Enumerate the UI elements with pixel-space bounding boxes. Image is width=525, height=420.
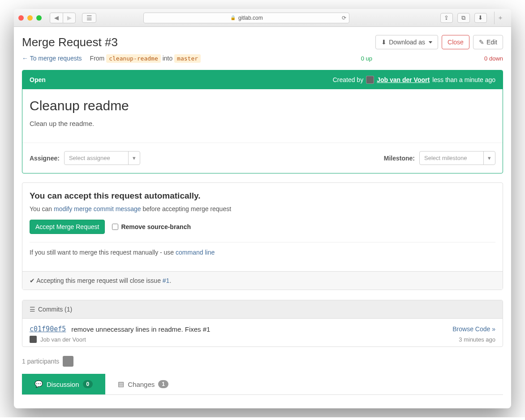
back-button[interactable]: ◀: [50, 13, 63, 23]
accept-button-label: Accept Merge Request: [35, 223, 99, 230]
remove-branch-label: Remove source-branch: [121, 223, 191, 230]
commit-author: Job van der Voort: [40, 336, 86, 343]
upvotes: 0 up: [361, 55, 372, 62]
comment-icon: 💬: [34, 380, 43, 388]
target-branch-chip: master: [174, 54, 201, 63]
command-line-link[interactable]: command line: [176, 249, 215, 256]
assignee-label: Assignee:: [30, 155, 60, 162]
window-close-icon[interactable]: [18, 15, 24, 21]
back-link-text: To merge requests: [30, 55, 82, 62]
milestone-label: Milestone:: [384, 155, 415, 162]
address-bar[interactable]: 🔒 gitlab.com ⟳: [143, 13, 349, 23]
new-tab-button[interactable]: ＋: [494, 12, 507, 24]
browser-toolbar: ◀ ▶ ☰ 🔒 gitlab.com ⟳ ⇪ ⧉ ⬇ ＋: [14, 9, 511, 27]
check-icon: ✔: [30, 277, 36, 284]
window-minimize-icon[interactable]: [27, 15, 33, 21]
participant-avatar[interactable]: [63, 356, 73, 367]
tab-changes[interactable]: ▤ Changes 1: [105, 374, 181, 394]
manual-merge-text: If you still want to merge this request …: [30, 249, 495, 256]
arrow-left-icon: ←: [22, 55, 30, 62]
changes-count: 1: [158, 380, 168, 388]
tab-discussion[interactable]: 💬 Discussion 0: [22, 374, 105, 394]
remove-branch-option[interactable]: Remove source-branch: [112, 223, 191, 230]
commits-header-label: Commits (1): [38, 306, 72, 313]
download-label: Download as: [389, 39, 425, 46]
commit-when: 3 minutes ago: [459, 336, 495, 343]
downloads-button[interactable]: ⬇: [474, 13, 487, 23]
assignee-select[interactable]: Select assignee ▾: [64, 151, 140, 165]
modify-commit-link[interactable]: modify merge commit message: [54, 205, 141, 212]
accept-merge-button[interactable]: Accept Merge Request: [30, 220, 105, 234]
share-button[interactable]: ⇪: [440, 13, 453, 23]
created-when: less than a minute ago: [432, 76, 495, 83]
remove-branch-checkbox[interactable]: [112, 224, 118, 230]
list-icon: ☰: [30, 306, 35, 313]
commits-header: ☰ Commits (1): [22, 300, 503, 319]
accept-heading: You can accept this request automaticall…: [30, 191, 495, 201]
commit-sha-link[interactable]: c01f90ef5: [30, 325, 66, 333]
milestone-placeholder: Select milestone: [424, 155, 467, 161]
browse-code-link[interactable]: Browse Code »: [452, 325, 495, 333]
edit-button[interactable]: ✎ Edit: [473, 35, 503, 49]
edit-label: Edit: [486, 39, 497, 46]
close-button[interactable]: Close: [442, 35, 469, 49]
url-text: gitlab.com: [238, 15, 263, 21]
commit-row: c01f90ef5 remove unnecessary lines in re…: [22, 319, 503, 346]
download-button[interactable]: ⬇ Download as: [375, 35, 438, 49]
chevron-down-icon: ▾: [128, 152, 140, 165]
diff-icon: ▤: [118, 380, 124, 388]
downvotes: 0 down: [484, 55, 503, 62]
created-by-label: Created by: [333, 76, 363, 83]
close-label: Close: [448, 39, 464, 46]
discussion-count: 0: [83, 380, 93, 388]
window-zoom-icon[interactable]: [36, 15, 42, 21]
tab-discussion-label: Discussion: [47, 381, 79, 388]
commit-author-avatar: [30, 336, 37, 343]
mr-title: Cleanup readme: [30, 98, 495, 113]
forward-button[interactable]: ▶: [63, 13, 75, 23]
participants-label: 1 participants: [22, 358, 59, 365]
closes-issue-link[interactable]: #1: [163, 277, 170, 284]
author-link[interactable]: Job van der Voort: [377, 76, 430, 83]
mr-description: Clean up the readme.: [30, 120, 495, 127]
assignee-placeholder: Select assignee: [69, 155, 110, 161]
chevron-down-icon: [429, 41, 432, 43]
commit-message: remove unnecessary lines in readme. Fixe…: [71, 325, 210, 333]
tabs-button[interactable]: ⧉: [457, 13, 470, 23]
source-branch-chip: cleanup-readme: [106, 54, 161, 63]
branch-info: From cleanup-readme into master: [90, 55, 201, 62]
page-title: Merge Request #3: [22, 35, 372, 49]
mr-status-badge: Open: [30, 76, 46, 83]
back-to-mr-link[interactable]: ← To merge requests: [22, 55, 82, 62]
lock-icon: 🔒: [230, 15, 236, 20]
closes-issue-notice: ✔ Accepting this merge request will clos…: [22, 271, 503, 290]
accept-subtext: You can modify merge commit message befo…: [30, 205, 495, 212]
reload-icon[interactable]: ⟳: [342, 15, 346, 21]
edit-icon: ✎: [479, 39, 484, 46]
chevron-down-icon: ▾: [483, 152, 495, 165]
author-avatar[interactable]: [366, 76, 374, 84]
milestone-select[interactable]: Select milestone ▾: [419, 151, 495, 165]
download-icon: ⬇: [381, 39, 387, 46]
tab-changes-label: Changes: [128, 381, 155, 388]
sidebar-button[interactable]: ☰: [82, 13, 96, 23]
